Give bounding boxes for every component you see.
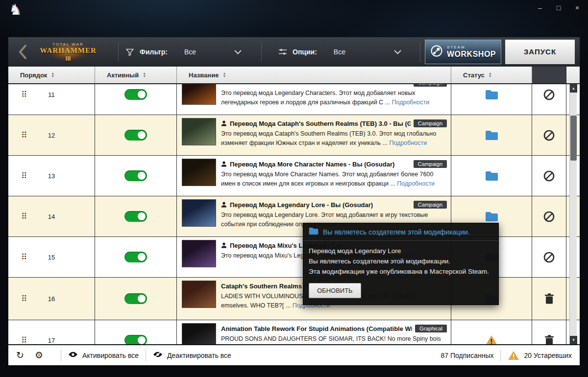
mod-thumbnail xyxy=(182,323,216,344)
block-icon[interactable] xyxy=(543,251,555,263)
workshop-steam-label: STEAM xyxy=(447,46,496,49)
close-button[interactable]: × xyxy=(573,4,581,12)
folder-icon[interactable] xyxy=(485,171,498,181)
filter-dropdown[interactable]: Фильтр: Все xyxy=(126,37,254,67)
active-toggle[interactable] xyxy=(124,335,147,344)
maximize-button[interactable]: □ xyxy=(555,4,563,12)
mod-description: PROUD SONS AND DAUGHTERS OF SIGMAR, ITS … xyxy=(221,334,447,344)
eye-icon xyxy=(68,351,78,359)
window-controls: – □ × xyxy=(536,4,581,12)
block-icon[interactable] xyxy=(543,170,555,182)
footer-divider xyxy=(61,350,61,361)
person-icon xyxy=(221,242,227,248)
settings-button[interactable]: ⚙ xyxy=(35,350,43,361)
block-icon[interactable] xyxy=(543,211,555,223)
mod-description: Это перевод мода Legendary Characters. Э… xyxy=(221,89,447,107)
mod-row: ⠿17 Animation Table Rework For Stupid An… xyxy=(8,320,580,344)
scrollbar[interactable]: ▲ ▼ xyxy=(569,84,577,344)
drag-handle-icon[interactable]: ⠿ xyxy=(21,294,27,304)
mod-title: Перевод Мода Legendary Lore - Вы (Gosuda… xyxy=(230,201,373,209)
trash-icon[interactable] xyxy=(544,293,554,305)
column-header-status[interactable]: Статус xyxy=(451,67,532,83)
toolbar-divider xyxy=(118,42,119,62)
mod-thumbnail xyxy=(182,84,216,105)
app-logo-icon: ♞ xyxy=(9,1,22,18)
titlebar: ♞ – □ × xyxy=(0,0,588,21)
drag-handle-icon[interactable]: ⠿ xyxy=(21,212,27,222)
folder-icon[interactable] xyxy=(485,212,498,222)
chevron-down-icon xyxy=(394,47,401,56)
sort-icon xyxy=(222,72,226,78)
table-header: Порядок Активный Название Статус xyxy=(8,67,580,84)
details-link[interactable]: Подробности xyxy=(397,180,435,187)
options-dropdown[interactable]: Опции: Все xyxy=(279,37,414,67)
chevron-down-icon xyxy=(234,47,242,56)
scroll-down-icon[interactable]: ▼ xyxy=(570,336,577,344)
eye-off-icon xyxy=(153,351,163,359)
active-toggle[interactable] xyxy=(124,170,147,181)
options-value: Все xyxy=(334,48,345,56)
active-toggle[interactable] xyxy=(124,293,147,304)
filter-label: Фильтр: xyxy=(140,48,168,56)
folder-icon xyxy=(309,227,318,236)
mod-title: Перевод Мода More Character Names - Вы (… xyxy=(230,161,394,168)
mod-row: ⠿12 Перевод Мода Cataph's Southern Realm… xyxy=(8,115,580,156)
person-icon xyxy=(221,161,227,167)
block-icon[interactable] xyxy=(543,129,555,141)
sort-icon xyxy=(489,72,492,78)
mod-description: Это перевод мода Cataph's Southern Realm… xyxy=(221,129,447,148)
active-toggle[interactable] xyxy=(124,130,147,141)
column-header-name[interactable]: Название xyxy=(177,67,451,83)
mod-thumbnail xyxy=(182,159,216,186)
details-link[interactable]: Подробности xyxy=(392,99,430,106)
column-header-active[interactable]: Активный xyxy=(95,67,177,83)
mod-description: Это перевод мода More Character Names. Э… xyxy=(221,170,447,188)
active-toggle[interactable] xyxy=(124,211,147,222)
column-header-actions xyxy=(532,67,566,83)
category-badge: Campaign xyxy=(414,201,447,209)
folder-icon[interactable] xyxy=(485,130,498,141)
refresh-button[interactable]: ↻ xyxy=(16,350,24,361)
tooltip-body: Перевод мода Legendary Lore Вы являетесь… xyxy=(303,241,498,277)
update-button[interactable]: ОБНОВИТЬ xyxy=(309,283,361,298)
options-icon xyxy=(279,48,287,55)
block-icon[interactable] xyxy=(543,89,555,101)
active-toggle[interactable] xyxy=(124,89,147,100)
filter-value: Все xyxy=(184,48,196,56)
outdated-count: 20 Устаревших xyxy=(524,352,572,359)
details-link[interactable]: Подробности xyxy=(389,140,427,146)
drag-handle-icon[interactable]: ⠿ xyxy=(21,90,27,100)
launch-button[interactable]: ЗАПУСК xyxy=(505,40,575,64)
scroll-up-icon[interactable]: ▲ xyxy=(570,84,577,93)
scrollbar-thumb[interactable] xyxy=(570,116,577,161)
deactivate-all-button[interactable]: Деактивировать все xyxy=(153,351,231,359)
folder-icon[interactable] xyxy=(485,90,498,100)
person-icon xyxy=(221,120,227,126)
drag-handle-icon[interactable]: ⠿ xyxy=(21,335,27,345)
game-logo-name: WARHAMMER xyxy=(39,47,98,55)
person-icon xyxy=(221,202,227,208)
toolbar-divider xyxy=(261,42,262,62)
game-logo: TOTAL WAR WARHAMMER III xyxy=(39,38,98,66)
minimize-button[interactable]: – xyxy=(536,4,544,12)
drag-handle-icon[interactable]: ⠿ xyxy=(21,130,27,141)
footer-divider xyxy=(146,350,146,361)
trash-icon[interactable] xyxy=(544,334,554,344)
creator-tooltip: Вы являетесь создателем этой модификации… xyxy=(303,223,499,305)
drag-handle-icon[interactable]: ⠿ xyxy=(21,252,27,262)
mod-thumbnail xyxy=(182,240,216,267)
activate-all-button[interactable]: Активировать все xyxy=(68,351,139,359)
drag-handle-icon[interactable]: ⠿ xyxy=(21,171,27,181)
active-toggle[interactable] xyxy=(124,252,147,262)
game-logo-number: III xyxy=(39,55,98,62)
category-badge: Campaign xyxy=(414,160,447,168)
mod-title: Animation Table Rework For Stupid Animat… xyxy=(221,325,412,332)
header-gutter xyxy=(566,67,580,83)
options-label: Опции: xyxy=(293,48,317,56)
toolbar: TOTAL WAR WARHAMMER III Фильтр: Все xyxy=(8,37,580,67)
back-button[interactable] xyxy=(18,44,28,60)
category-badge: Graphical xyxy=(415,325,447,332)
steam-workshop-button[interactable]: STEAM WORKSHOP xyxy=(425,40,501,64)
filter-icon xyxy=(126,48,134,56)
column-header-order[interactable]: Порядок xyxy=(8,67,95,83)
